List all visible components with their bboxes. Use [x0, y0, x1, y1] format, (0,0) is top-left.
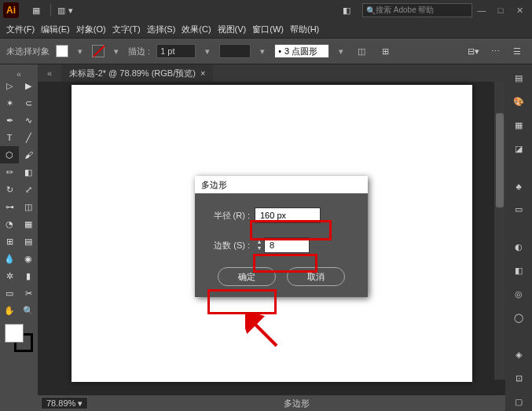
graph-tool[interactable]: ▮: [19, 267, 38, 284]
layers-panel-icon[interactable]: ◈: [509, 347, 528, 364]
rotate-tool[interactable]: ↻: [0, 181, 19, 198]
mesh-tool[interactable]: ⊞: [0, 233, 19, 250]
zoom-tool[interactable]: 🔍: [19, 302, 38, 319]
dialog-title: 多边形: [195, 176, 368, 193]
free-transform-tool[interactable]: ◫: [19, 198, 38, 215]
properties-panel-icon[interactable]: ▤: [509, 69, 528, 86]
menu-bar: 文件(F) 编辑(E) 对象(O) 文字(T) 选择(S) 效果(C) 视图(V…: [0, 20, 532, 38]
line-tool[interactable]: ╱: [19, 129, 38, 146]
panel-collapse-icon[interactable]: «: [38, 68, 61, 78]
blend-tool[interactable]: ◉: [19, 250, 38, 267]
polygon-tool[interactable]: ⬡: [0, 146, 19, 163]
menu-help[interactable]: 帮助(H): [290, 24, 319, 35]
scrollbar-thumb[interactable]: [496, 113, 504, 207]
cancel-button[interactable]: 取消: [287, 267, 345, 286]
search-placeholder: 搜索 Adobe 帮助: [376, 5, 434, 16]
align-icon[interactable]: ⊟▾: [464, 42, 482, 60]
selection-tool[interactable]: ▷: [0, 77, 19, 94]
minimize-button[interactable]: —: [472, 2, 491, 18]
paintbrush-tool[interactable]: 🖌: [19, 146, 38, 163]
type-tool[interactable]: T: [0, 129, 19, 146]
toolbox-collapse-icon[interactable]: «: [0, 69, 38, 77]
shape-builder-tool[interactable]: ◔: [0, 215, 19, 233]
stroke-dropdown-icon[interactable]: ▾: [111, 46, 122, 57]
search-input[interactable]: 🔍 搜索 Adobe 帮助: [362, 3, 472, 17]
fill-stroke-control[interactable]: [5, 324, 33, 352]
selection-label: 未选择对象: [6, 46, 50, 57]
gpu-icon[interactable]: ◧: [337, 2, 356, 18]
zoom-input[interactable]: 78.89%▾: [41, 397, 88, 409]
scale-tool[interactable]: ⤢: [19, 181, 38, 198]
sides-stepper[interactable]: ▲▼: [255, 237, 264, 253]
color-panel-icon[interactable]: 🎨: [509, 93, 528, 110]
symbols-panel-icon[interactable]: ♣: [509, 178, 528, 195]
document-tab[interactable]: 未标题-2* @ 78.89% (RGB/预览) ×: [61, 64, 213, 82]
bridge-icon[interactable]: ▦: [27, 2, 46, 18]
curvature-tool[interactable]: ∿: [19, 112, 38, 129]
swatches-panel-icon[interactable]: ▦: [509, 116, 528, 134]
slice-tool[interactable]: ✂: [19, 284, 38, 302]
vertical-scrollbar[interactable]: [494, 82, 505, 380]
fill-dropdown-icon[interactable]: ▾: [75, 46, 86, 57]
transparency-panel-icon[interactable]: ◧: [509, 262, 528, 279]
style-icon[interactable]: ⊞: [376, 42, 394, 60]
right-dock: ▤ 🎨 ▦ ◪ ♣ ▭ ◐ ◧ ◎ ◯ ◈ ⊡ ▢: [505, 64, 532, 411]
perspective-tool[interactable]: ▦: [19, 215, 38, 233]
tab-title: 未标题-2* @ 78.89% (RGB/预览): [69, 68, 196, 79]
sides-label: 边数 (S) :: [206, 240, 255, 251]
artboards-panel-icon[interactable]: ▢: [509, 394, 528, 411]
menu-object[interactable]: 对象(O): [76, 24, 106, 35]
arrange-docs-icon[interactable]: ▥ ▾: [56, 2, 75, 18]
gradient-tool[interactable]: ▤: [19, 233, 38, 250]
eraser-tool[interactable]: ◧: [19, 163, 38, 181]
artboard-tool[interactable]: ▭: [0, 284, 19, 302]
gradient-panel-icon[interactable]: ◐: [509, 238, 528, 255]
brush-dropdown-icon[interactable]: ▾: [336, 46, 347, 57]
preferences-icon[interactable]: ⋯: [486, 42, 504, 60]
status-bar: 78.89%▾ 多边形: [38, 395, 505, 411]
menu-select[interactable]: 选择(S): [147, 24, 176, 35]
radius-label: 半径 (R) :: [206, 210, 255, 222]
control-bar: 未选择对象 ▾ ▾ 描边 : 1 pt ▾ ▾ • 3 点圆形 ▾ ◫ ⊞ ⊟▾…: [0, 38, 532, 64]
close-button[interactable]: ✕: [510, 2, 529, 18]
fill-swatch[interactable]: [56, 45, 68, 57]
menu-edit[interactable]: 编辑(E): [41, 24, 70, 35]
app-logo: Ai: [3, 2, 19, 18]
direct-selection-tool[interactable]: ▶: [19, 77, 38, 94]
stroke-swatch[interactable]: [92, 45, 105, 57]
stroke-panel-icon[interactable]: ▭: [509, 201, 528, 218]
panel-menu-icon[interactable]: ☰: [508, 42, 526, 60]
maximize-button[interactable]: □: [491, 2, 510, 18]
variable-width-profile[interactable]: [219, 44, 251, 58]
stroke-weight-input[interactable]: 1 pt: [156, 44, 196, 58]
tab-close-icon[interactable]: ×: [200, 68, 205, 78]
sides-input[interactable]: 8: [264, 237, 310, 253]
radius-input[interactable]: 160 px: [255, 207, 321, 223]
profile-dropdown-icon[interactable]: ▾: [257, 46, 268, 57]
search-icon: 🔍: [366, 6, 376, 15]
eyedropper-tool[interactable]: 💧: [0, 250, 19, 267]
brushes-panel-icon[interactable]: ◪: [509, 140, 528, 157]
brush-definition[interactable]: • 3 点圆形: [274, 44, 329, 58]
magic-wand-tool[interactable]: ✶: [0, 94, 19, 112]
hand-tool[interactable]: ✋: [0, 302, 19, 319]
menu-window[interactable]: 窗口(W): [252, 24, 284, 35]
width-tool[interactable]: ⊶: [0, 198, 19, 215]
menu-view[interactable]: 视图(V): [218, 24, 247, 35]
stroke-weight-dropdown-icon[interactable]: ▾: [202, 46, 213, 57]
asset-export-panel-icon[interactable]: ⊡: [509, 370, 528, 387]
opacity-icon[interactable]: ◫: [353, 42, 370, 60]
symbol-sprayer-tool[interactable]: ✲: [0, 267, 19, 284]
graphic-styles-panel-icon[interactable]: ◯: [509, 309, 528, 326]
fill-color-icon[interactable]: [5, 324, 24, 343]
appearance-panel-icon[interactable]: ◎: [509, 285, 528, 303]
stroke-label: 描边 :: [128, 46, 150, 57]
toolbox: « ▷▶ ✶⊂ ✒∿ T╱ ⬡🖌 ✏◧ ↻⤢ ⊶◫ ◔▦ ⊞▤ 💧◉ ✲▮ ▭✂…: [0, 64, 38, 411]
shaper-tool[interactable]: ✏: [0, 163, 19, 181]
menu-effect[interactable]: 效果(C): [182, 24, 211, 35]
pen-tool[interactable]: ✒: [0, 112, 19, 129]
menu-type[interactable]: 文字(T): [112, 24, 141, 35]
ok-button[interactable]: 确定: [218, 267, 276, 286]
menu-file[interactable]: 文件(F): [6, 24, 35, 35]
lasso-tool[interactable]: ⊂: [19, 94, 38, 112]
